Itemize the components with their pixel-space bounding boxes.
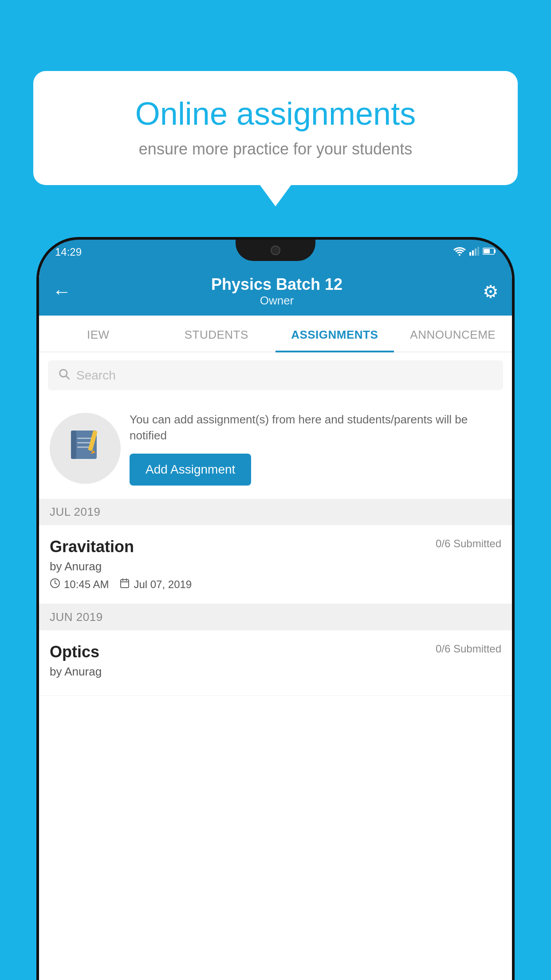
tab-announcements[interactable]: ANNOUNCEME [394,316,512,352]
assignment-time: 10:45 AM [50,578,109,591]
assignment-top: Gravitation 0/6 Submitted [50,537,501,556]
assignment-by: by Anurag [50,560,501,573]
svg-rect-2 [472,250,474,256]
add-assignment-button[interactable]: Add Assignment [130,454,251,486]
tab-assignments[interactable]: ASSIGNMENTS [276,316,394,352]
tab-students[interactable]: STUDENTS [157,316,276,352]
search-icon [58,368,70,383]
section-header-jul: JUL 2019 [39,499,512,525]
camera-dot [271,245,280,255]
svg-rect-18 [121,580,129,588]
section-header-jun: JUN 2019 [39,604,512,630]
wifi-icon [453,247,466,256]
assignment-name-optics: Optics [50,643,99,661]
status-bar: 14:29 [39,240,512,267]
tab-bar: IEW STUDENTS ASSIGNMENTS ANNOUNCEME [39,316,512,352]
assignment-submitted-optics: 0/6 Submitted [436,643,501,655]
svg-rect-7 [484,249,490,253]
svg-line-9 [66,376,69,379]
svg-point-0 [459,254,460,256]
assignment-item-optics[interactable]: Optics 0/6 Submitted by Anurag [39,630,512,696]
notebook-icon [67,427,103,470]
signal-icon [469,247,479,256]
notebook-svg [67,427,103,462]
settings-button[interactable]: ⚙ [483,281,499,302]
phone-frame: 14:29 [39,240,512,980]
assignment-by-optics: by Anurag [50,665,501,679]
svg-rect-3 [475,249,476,256]
speech-bubble: Online assignments ensure more practice … [33,71,518,185]
svg-rect-6 [494,249,496,253]
assignment-submitted: 0/6 Submitted [436,537,501,550]
svg-rect-11 [71,431,76,459]
calendar-icon [119,578,130,591]
back-button[interactable]: ← [52,281,71,302]
promo-card: You can add assignment(s) from here and … [39,398,512,499]
header-title: Physics Batch 12 [211,275,342,294]
search-container: Search [39,352,512,398]
promo-info: You can add assignment(s) from here and … [130,411,501,486]
header-subtitle: Owner [211,294,342,308]
assignment-top-optics: Optics 0/6 Submitted [50,643,501,661]
svg-rect-4 [477,247,479,256]
phone-notch [236,240,315,261]
speech-bubble-subtitle: ensure more practice for your students [64,140,487,158]
status-icons [453,247,496,256]
clock-icon [50,578,60,591]
app-screen: ← Physics Batch 12 Owner ⚙ IEW STUDENTS … [39,267,512,980]
search-bar[interactable]: Search [48,360,503,390]
svg-rect-1 [469,252,471,256]
battery-icon [483,247,496,255]
header-center: Physics Batch 12 Owner [211,275,342,308]
speech-bubble-title: Online assignments [64,95,487,132]
speech-bubble-container: Online assignments ensure more practice … [33,71,518,185]
tab-iew[interactable]: IEW [39,316,157,352]
time-value: 10:45 AM [64,578,109,591]
app-header: ← Physics Batch 12 Owner ⚙ [39,267,512,316]
assignment-date: Jul 07, 2019 [119,578,192,591]
status-time: 14:29 [55,247,82,257]
svg-rect-12 [77,438,93,439]
assignment-meta: 10:45 AM Jul 07, 2019 [50,578,501,591]
assignment-name: Gravitation [50,537,134,556]
promo-icon-circle [50,413,121,484]
search-placeholder: Search [76,368,116,383]
date-value: Jul 07, 2019 [134,578,192,591]
promo-description: You can add assignment(s) from here and … [130,411,501,444]
assignment-item-gravitation[interactable]: Gravitation 0/6 Submitted by Anurag 10:4… [39,525,512,604]
